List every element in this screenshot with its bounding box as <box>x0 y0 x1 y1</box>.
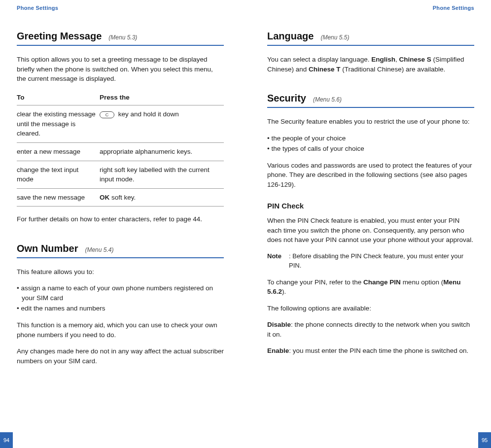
paragraph: This feature allows you to: <box>17 267 224 277</box>
list-item: the people of your choice <box>267 134 474 143</box>
table-header-press: Press the <box>100 91 224 105</box>
page-number-left: 94 <box>0 432 13 448</box>
heading-title: Security <box>267 93 306 104</box>
note-block: Note : Before disabling the PIN Check fe… <box>267 252 474 271</box>
paragraph: When the PIN Check feature is enabled, y… <box>267 216 474 245</box>
section-body: This option allows you to set a greeting… <box>17 55 224 224</box>
table-cell-to: save the new message <box>17 188 100 207</box>
running-head-right: Phone Settings <box>267 5 474 11</box>
table-cell-to: enter a new message <box>17 142 100 161</box>
table-cell-press: appropriate alphanumeric keys. <box>100 142 224 161</box>
section-security: Security (Menu 5.6) The Security feature… <box>267 93 474 356</box>
instruction-table: To Press the clear the existing message … <box>17 91 224 207</box>
note-label: Note <box>267 252 289 271</box>
paragraph: The following options are available: <box>267 304 474 313</box>
heading-row: Own Number (Menu 5.4) <box>17 243 224 258</box>
page-left: Phone Settings Greeting Message (Menu 5.… <box>0 0 246 448</box>
table-row: enter a new message appropriate alphanum… <box>17 142 224 161</box>
paragraph: For further details on how to enter char… <box>17 214 224 224</box>
running-head-left: Phone Settings <box>17 5 224 11</box>
table-cell-press: C key and hold it down <box>100 105 224 143</box>
subheading-pin-check: PIN Check <box>267 201 474 211</box>
heading-row: Security (Menu 5.6) <box>267 93 474 108</box>
bullet-list: assign a name to each of your own phone … <box>17 283 224 313</box>
paragraph: Enable: you must enter the PIN each time… <box>267 346 474 356</box>
table-header-row: To Press the <box>17 91 224 105</box>
heading-row: Greeting Message (Menu 5.3) <box>17 31 224 46</box>
table-row: clear the existing message until the mes… <box>17 105 224 143</box>
paragraph: Any changes made here do not in any way … <box>17 346 224 366</box>
table-header-to: To <box>17 91 100 105</box>
paragraph: Various codes and passwords are used to … <box>267 161 474 190</box>
section-body: The Security feature enables you to rest… <box>267 117 474 356</box>
section-body: You can select a display language. Engli… <box>267 55 474 74</box>
heading-title: Greeting Message <box>17 31 102 42</box>
note-text: : Before disabling the PIN Check feature… <box>289 252 474 271</box>
table-cell-press: right soft key labelled with the current… <box>100 161 224 188</box>
table-cell-press: OK soft key. <box>100 188 224 207</box>
section-language: Language (Menu 5.5) You can select a dis… <box>267 31 474 74</box>
section-own-number: Own Number (Menu 5.4) This feature allow… <box>17 243 224 366</box>
list-item: assign a name to each of your own phone … <box>17 283 224 303</box>
clear-key-icon: C <box>100 111 114 118</box>
paragraph: The Security feature enables you to rest… <box>267 117 474 127</box>
paragraph: This function is a memory aid, which you… <box>17 320 224 340</box>
page-spread: Phone Settings Greeting Message (Menu 5.… <box>0 0 491 448</box>
table-cell-to: change the text input mode <box>17 161 100 188</box>
heading-row: Language (Menu 5.5) <box>267 31 474 46</box>
paragraph: This option allows you to set a greeting… <box>17 55 224 84</box>
list-item: edit the names and numbers <box>17 304 224 313</box>
heading-title: Language <box>267 31 314 42</box>
heading-menu-ref: (Menu 5.6) <box>313 96 342 103</box>
page-right: Phone Settings Language (Menu 5.5) You c… <box>246 0 491 448</box>
table-row: change the text input mode right soft ke… <box>17 161 224 188</box>
heading-menu-ref: (Menu 5.5) <box>320 34 349 41</box>
section-greeting-message: Greeting Message (Menu 5.3) This option … <box>17 31 224 224</box>
page-number-right: 95 <box>478 432 491 448</box>
bullet-list: the people of your choice the types of c… <box>267 134 474 154</box>
section-body: This feature allows you to: assign a nam… <box>17 267 224 366</box>
heading-menu-ref: (Menu 5.4) <box>85 246 113 253</box>
paragraph: Disable: the phone connects directly to … <box>267 320 474 339</box>
table-row: save the new message OK soft key. <box>17 188 224 207</box>
heading-menu-ref: (Menu 5.3) <box>108 34 137 41</box>
paragraph: To change your PIN, refer to the Change … <box>267 277 474 297</box>
heading-title: Own Number <box>17 243 78 254</box>
table-cell-to: clear the existing message until the mes… <box>17 105 100 143</box>
list-item: the types of calls of your choice <box>267 144 474 154</box>
paragraph: You can select a display language. Engli… <box>267 55 474 74</box>
